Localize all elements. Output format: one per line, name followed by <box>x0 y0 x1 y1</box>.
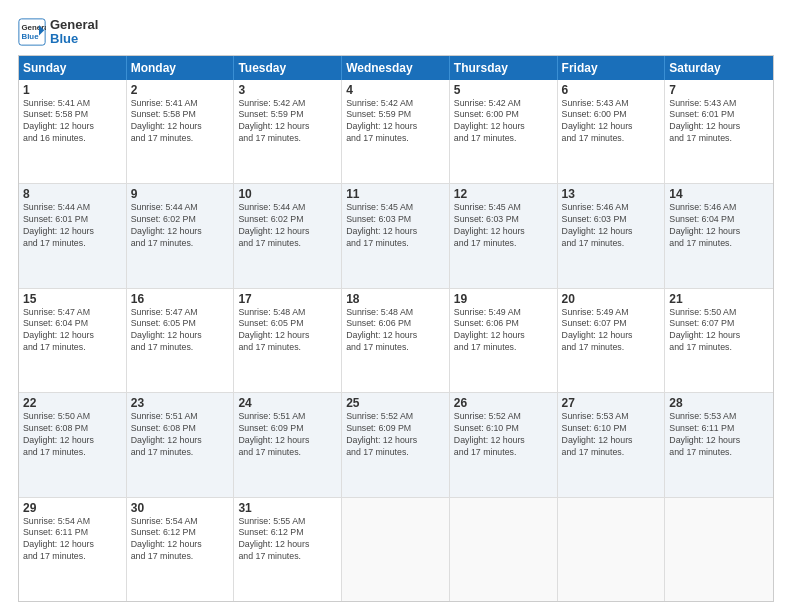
day-number: 28 <box>669 396 769 410</box>
day-info: Sunrise: 5:54 AMSunset: 6:12 PMDaylight:… <box>131 516 230 564</box>
calendar-week-5: 29Sunrise: 5:54 AMSunset: 6:11 PMDayligh… <box>19 497 773 601</box>
day-number: 29 <box>23 501 122 515</box>
day-number: 17 <box>238 292 337 306</box>
calendar-week-3: 15Sunrise: 5:47 AMSunset: 6:04 PMDayligh… <box>19 288 773 392</box>
day-cell-17: 17Sunrise: 5:48 AMSunset: 6:05 PMDayligh… <box>234 289 342 392</box>
day-info: Sunrise: 5:44 AMSunset: 6:02 PMDaylight:… <box>131 202 230 250</box>
day-number: 18 <box>346 292 445 306</box>
day-cell-16: 16Sunrise: 5:47 AMSunset: 6:05 PMDayligh… <box>127 289 235 392</box>
day-info: Sunrise: 5:52 AMSunset: 6:10 PMDaylight:… <box>454 411 553 459</box>
logo: General Blue General Blue <box>18 18 98 47</box>
header-wednesday: Wednesday <box>342 56 450 80</box>
day-cell-19: 19Sunrise: 5:49 AMSunset: 6:06 PMDayligh… <box>450 289 558 392</box>
day-info: Sunrise: 5:44 AMSunset: 6:02 PMDaylight:… <box>238 202 337 250</box>
day-cell-26: 26Sunrise: 5:52 AMSunset: 6:10 PMDayligh… <box>450 393 558 496</box>
header-saturday: Saturday <box>665 56 773 80</box>
header-thursday: Thursday <box>450 56 558 80</box>
day-cell-22: 22Sunrise: 5:50 AMSunset: 6:08 PMDayligh… <box>19 393 127 496</box>
day-cell-3: 3Sunrise: 5:42 AMSunset: 5:59 PMDaylight… <box>234 80 342 183</box>
day-cell-12: 12Sunrise: 5:45 AMSunset: 6:03 PMDayligh… <box>450 184 558 287</box>
header-monday: Monday <box>127 56 235 80</box>
day-number: 10 <box>238 187 337 201</box>
day-number: 2 <box>131 83 230 97</box>
day-number: 4 <box>346 83 445 97</box>
day-number: 30 <box>131 501 230 515</box>
header: General Blue General Blue <box>18 18 774 47</box>
day-number: 6 <box>562 83 661 97</box>
day-cell-6: 6Sunrise: 5:43 AMSunset: 6:00 PMDaylight… <box>558 80 666 183</box>
day-cell-23: 23Sunrise: 5:51 AMSunset: 6:08 PMDayligh… <box>127 393 235 496</box>
day-info: Sunrise: 5:47 AMSunset: 6:04 PMDaylight:… <box>23 307 122 355</box>
day-cell-31: 31Sunrise: 5:55 AMSunset: 6:12 PMDayligh… <box>234 498 342 601</box>
day-cell-20: 20Sunrise: 5:49 AMSunset: 6:07 PMDayligh… <box>558 289 666 392</box>
day-info: Sunrise: 5:41 AMSunset: 5:58 PMDaylight:… <box>131 98 230 146</box>
day-cell-25: 25Sunrise: 5:52 AMSunset: 6:09 PMDayligh… <box>342 393 450 496</box>
day-number: 21 <box>669 292 769 306</box>
header-friday: Friday <box>558 56 666 80</box>
day-info: Sunrise: 5:53 AMSunset: 6:11 PMDaylight:… <box>669 411 769 459</box>
day-number: 12 <box>454 187 553 201</box>
day-info: Sunrise: 5:49 AMSunset: 6:07 PMDaylight:… <box>562 307 661 355</box>
empty-cell <box>665 498 773 601</box>
day-cell-27: 27Sunrise: 5:53 AMSunset: 6:10 PMDayligh… <box>558 393 666 496</box>
day-cell-4: 4Sunrise: 5:42 AMSunset: 5:59 PMDaylight… <box>342 80 450 183</box>
day-cell-1: 1Sunrise: 5:41 AMSunset: 5:58 PMDaylight… <box>19 80 127 183</box>
day-info: Sunrise: 5:48 AMSunset: 6:05 PMDaylight:… <box>238 307 337 355</box>
day-number: 22 <box>23 396 122 410</box>
day-number: 15 <box>23 292 122 306</box>
day-info: Sunrise: 5:42 AMSunset: 5:59 PMDaylight:… <box>238 98 337 146</box>
day-cell-29: 29Sunrise: 5:54 AMSunset: 6:11 PMDayligh… <box>19 498 127 601</box>
calendar: Sunday Monday Tuesday Wednesday Thursday… <box>18 55 774 602</box>
day-cell-28: 28Sunrise: 5:53 AMSunset: 6:11 PMDayligh… <box>665 393 773 496</box>
day-info: Sunrise: 5:48 AMSunset: 6:06 PMDaylight:… <box>346 307 445 355</box>
day-number: 14 <box>669 187 769 201</box>
day-info: Sunrise: 5:45 AMSunset: 6:03 PMDaylight:… <box>454 202 553 250</box>
calendar-header: Sunday Monday Tuesday Wednesday Thursday… <box>19 56 773 80</box>
empty-cell <box>342 498 450 601</box>
day-cell-7: 7Sunrise: 5:43 AMSunset: 6:01 PMDaylight… <box>665 80 773 183</box>
day-info: Sunrise: 5:55 AMSunset: 6:12 PMDaylight:… <box>238 516 337 564</box>
day-number: 13 <box>562 187 661 201</box>
day-info: Sunrise: 5:43 AMSunset: 6:01 PMDaylight:… <box>669 98 769 146</box>
day-info: Sunrise: 5:42 AMSunset: 6:00 PMDaylight:… <box>454 98 553 146</box>
day-number: 27 <box>562 396 661 410</box>
day-info: Sunrise: 5:49 AMSunset: 6:06 PMDaylight:… <box>454 307 553 355</box>
day-info: Sunrise: 5:44 AMSunset: 6:01 PMDaylight:… <box>23 202 122 250</box>
day-number: 20 <box>562 292 661 306</box>
header-sunday: Sunday <box>19 56 127 80</box>
day-info: Sunrise: 5:51 AMSunset: 6:09 PMDaylight:… <box>238 411 337 459</box>
day-info: Sunrise: 5:50 AMSunset: 6:07 PMDaylight:… <box>669 307 769 355</box>
day-cell-2: 2Sunrise: 5:41 AMSunset: 5:58 PMDaylight… <box>127 80 235 183</box>
day-number: 1 <box>23 83 122 97</box>
day-number: 19 <box>454 292 553 306</box>
day-number: 5 <box>454 83 553 97</box>
empty-cell <box>558 498 666 601</box>
day-cell-18: 18Sunrise: 5:48 AMSunset: 6:06 PMDayligh… <box>342 289 450 392</box>
day-info: Sunrise: 5:47 AMSunset: 6:05 PMDaylight:… <box>131 307 230 355</box>
day-info: Sunrise: 5:52 AMSunset: 6:09 PMDaylight:… <box>346 411 445 459</box>
day-cell-13: 13Sunrise: 5:46 AMSunset: 6:03 PMDayligh… <box>558 184 666 287</box>
day-number: 9 <box>131 187 230 201</box>
day-number: 8 <box>23 187 122 201</box>
day-cell-10: 10Sunrise: 5:44 AMSunset: 6:02 PMDayligh… <box>234 184 342 287</box>
day-cell-21: 21Sunrise: 5:50 AMSunset: 6:07 PMDayligh… <box>665 289 773 392</box>
day-number: 25 <box>346 396 445 410</box>
day-cell-15: 15Sunrise: 5:47 AMSunset: 6:04 PMDayligh… <box>19 289 127 392</box>
day-cell-14: 14Sunrise: 5:46 AMSunset: 6:04 PMDayligh… <box>665 184 773 287</box>
logo-icon: General Blue <box>18 18 46 46</box>
day-number: 23 <box>131 396 230 410</box>
day-number: 16 <box>131 292 230 306</box>
day-info: Sunrise: 5:46 AMSunset: 6:03 PMDaylight:… <box>562 202 661 250</box>
day-info: Sunrise: 5:43 AMSunset: 6:00 PMDaylight:… <box>562 98 661 146</box>
calendar-week-4: 22Sunrise: 5:50 AMSunset: 6:08 PMDayligh… <box>19 392 773 496</box>
day-number: 26 <box>454 396 553 410</box>
day-info: Sunrise: 5:41 AMSunset: 5:58 PMDaylight:… <box>23 98 122 146</box>
day-number: 3 <box>238 83 337 97</box>
calendar-week-2: 8Sunrise: 5:44 AMSunset: 6:01 PMDaylight… <box>19 183 773 287</box>
day-cell-5: 5Sunrise: 5:42 AMSunset: 6:00 PMDaylight… <box>450 80 558 183</box>
header-tuesday: Tuesday <box>234 56 342 80</box>
day-info: Sunrise: 5:45 AMSunset: 6:03 PMDaylight:… <box>346 202 445 250</box>
day-number: 7 <box>669 83 769 97</box>
day-cell-8: 8Sunrise: 5:44 AMSunset: 6:01 PMDaylight… <box>19 184 127 287</box>
day-info: Sunrise: 5:46 AMSunset: 6:04 PMDaylight:… <box>669 202 769 250</box>
